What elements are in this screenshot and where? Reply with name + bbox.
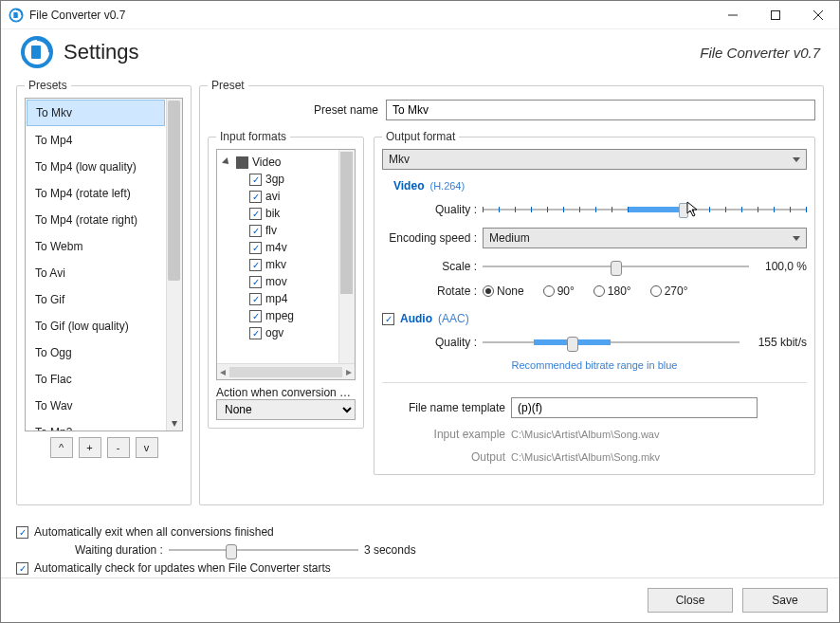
close-button[interactable]: Close — [648, 588, 733, 613]
preset-scrollbar[interactable]: ▾ — [166, 99, 182, 431]
expand-icon[interactable] — [222, 157, 231, 167]
tree-vscrollbar[interactable] — [338, 150, 355, 363]
format-checkbox[interactable]: ✓ — [249, 327, 262, 339]
preset-list-item[interactable]: To Ogg — [26, 339, 166, 366]
rotate-option-label: 270° — [665, 284, 688, 298]
rotate-option[interactable]: 180° — [593, 284, 631, 298]
video-quality-slider[interactable] — [483, 201, 807, 218]
tree-item[interactable]: ✓ogv — [221, 324, 351, 341]
rotate-option[interactable]: 90° — [543, 284, 575, 298]
logo-icon — [20, 35, 54, 69]
format-label: avi — [265, 190, 280, 203]
preset-name-input[interactable] — [386, 100, 815, 120]
preset-list-item[interactable]: To Mp4 (rotate left) — [26, 180, 166, 207]
format-checkbox[interactable]: ✓ — [249, 191, 262, 203]
filename-template-input[interactable] — [511, 397, 758, 418]
format-checkbox[interactable]: ✓ — [249, 293, 262, 305]
input-formats-fieldset: Input formats Video ✓3gp✓avi✓bik✓flv✓m4v… — [208, 130, 364, 429]
tree-item[interactable]: ✓bik — [221, 205, 351, 222]
preset-list-item[interactable]: To Mp3 — [26, 419, 166, 431]
format-checkbox[interactable]: ✓ — [249, 310, 262, 322]
svg-rect-5 — [771, 10, 779, 19]
input-formats-tree[interactable]: Video ✓3gp✓avi✓bik✓flv✓m4v✓mkv✓mov✓mp4✓m… — [216, 149, 356, 380]
format-label: m4v — [265, 241, 287, 254]
preset-legend: Preset — [208, 79, 248, 92]
maximize-button[interactable] — [754, 1, 796, 28]
preset-remove-button[interactable]: - — [107, 437, 130, 458]
tree-vscroll-thumb[interactable] — [340, 152, 353, 294]
auto-update-checkbox[interactable]: ✓ — [16, 562, 28, 575]
svg-rect-10 — [31, 46, 41, 59]
preset-list-item[interactable]: To Mp4 (low quality) — [26, 154, 166, 180]
output-format-legend: Output format — [382, 130, 459, 143]
scale-label: Scale : — [382, 260, 477, 273]
svg-marker-11 — [41, 46, 45, 49]
format-label: ogv — [265, 326, 283, 339]
preset-list-item[interactable]: To Mp4 — [26, 127, 166, 154]
encoding-speed-value: Medium — [489, 231, 530, 245]
format-checkbox[interactable]: ✓ — [249, 225, 262, 237]
preset-listbox[interactable]: To MkvTo Mp4To Mp4 (low quality)To Mp4 (… — [25, 98, 183, 431]
format-checkbox[interactable]: ✓ — [249, 174, 262, 186]
preset-move-up-button[interactable]: ^ — [50, 437, 73, 458]
auto-update-label: Automatically check for updates when Fil… — [34, 561, 331, 575]
preset-list-item[interactable]: To Mkv — [27, 100, 165, 126]
video-group-checkbox[interactable] — [236, 156, 248, 169]
format-checkbox[interactable]: ✓ — [249, 276, 262, 288]
preset-list-item[interactable]: To Wav — [26, 393, 166, 419]
preset-list-item[interactable]: To Gif (low quality) — [26, 313, 166, 339]
action-select[interactable]: None — [216, 399, 356, 420]
format-label: 3gp — [265, 173, 284, 186]
preset-list-item[interactable]: To Avi — [26, 260, 166, 286]
close-window-button[interactable] — [796, 1, 839, 28]
tree-item[interactable]: ✓mov — [221, 273, 351, 290]
tree-root-video[interactable]: Video — [221, 154, 351, 171]
window-title: File Converter v0.7 — [29, 9, 125, 22]
tree-item[interactable]: ✓mp4 — [221, 290, 351, 307]
tree-item[interactable]: ✓mpeg — [221, 307, 351, 324]
format-label: bik — [265, 207, 280, 220]
preset-list-item[interactable]: To Mp4 (rotate right) — [26, 207, 166, 233]
output-example-value: C:\Music\Artist\Album\Song.mkv — [511, 451, 660, 463]
preset-move-down-button[interactable]: v — [136, 437, 158, 458]
scale-slider[interactable] — [483, 258, 749, 275]
rotate-option[interactable]: None — [483, 284, 524, 298]
rotate-option[interactable]: 270° — [650, 284, 688, 298]
save-button[interactable]: Save — [742, 588, 828, 613]
scroll-down-icon[interactable]: ▾ — [166, 414, 182, 431]
tree-item[interactable]: ✓3gp — [221, 171, 351, 188]
preset-list-item[interactable]: To Webm — [26, 233, 166, 260]
format-checkbox[interactable]: ✓ — [249, 208, 262, 220]
minimize-button[interactable] — [711, 1, 754, 28]
preset-list-item[interactable]: To Flac — [26, 366, 166, 393]
auto-exit-label: Automatically exit when all conversions … — [34, 525, 274, 539]
audio-enabled-checkbox[interactable]: ✓ — [382, 313, 394, 325]
svg-rect-2 — [13, 11, 17, 17]
preset-add-button[interactable]: + — [79, 437, 101, 458]
preset-fieldset: Preset Preset name Input formats — [199, 79, 824, 505]
tree-hscrollbar[interactable]: ◂▸ — [217, 363, 355, 379]
bitrate-note: Recommended bitrate range in blue — [382, 359, 807, 371]
tree-item[interactable]: ✓flv — [221, 222, 351, 239]
scroll-right-icon[interactable]: ▸ — [346, 365, 352, 378]
waiting-duration-value: 3 seconds — [364, 543, 416, 557]
tree-item[interactable]: ✓m4v — [221, 239, 351, 256]
video-section-label: Video(H.264) — [393, 179, 807, 192]
output-format-select[interactable]: Mkv — [382, 149, 807, 170]
input-formats-legend: Input formats — [216, 130, 290, 143]
encoding-speed-select[interactable]: Medium — [483, 228, 807, 248]
tree-item[interactable]: ✓mkv — [221, 256, 351, 273]
preset-list-item[interactable]: To Gif — [26, 286, 166, 313]
auto-exit-checkbox[interactable]: ✓ — [16, 526, 28, 539]
waiting-duration-slider[interactable] — [169, 541, 358, 559]
tree-item[interactable]: ✓avi — [221, 188, 351, 205]
header: Settings File Converter v0.7 — [1, 29, 839, 79]
format-checkbox[interactable]: ✓ — [249, 242, 262, 254]
scroll-left-icon[interactable]: ◂ — [220, 365, 226, 378]
input-example-value: C:\Music\Artist\Album\Song.wav — [511, 429, 660, 440]
audio-quality-slider[interactable] — [483, 334, 740, 351]
tree-hscroll-thumb[interactable] — [229, 367, 342, 377]
output-format-fieldset: Output format Mkv Video(H.264) — [374, 130, 815, 475]
preset-scrollbar-thumb[interactable] — [168, 101, 180, 281]
format-checkbox[interactable]: ✓ — [249, 259, 262, 271]
